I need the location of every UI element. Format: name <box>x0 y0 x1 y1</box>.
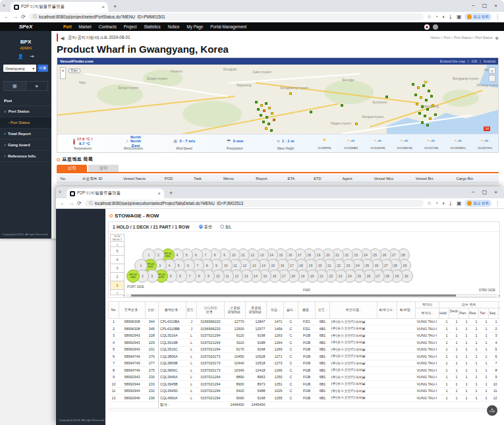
tally-col-header[interactable]: 진도 ↕ <box>186 302 197 319</box>
project-col-header[interactable]: Vessel Biz. <box>405 177 445 181</box>
extensions-puzzle-icon[interactable]: ▣ <box>457 14 462 20</box>
nav-item-port[interactable]: Port <box>63 24 72 29</box>
tally-col-header[interactable]: 품목번호 ↕ <box>159 302 186 319</box>
vessel-marker[interactable] <box>425 99 428 101</box>
new-tab-button[interactable]: + <box>113 3 117 10</box>
extension-icon-1[interactable]: ◔ <box>435 14 438 20</box>
row-up-icon[interactable]: ∧ <box>110 242 125 247</box>
vessel-marker[interactable] <box>260 114 262 117</box>
tab-search-icon[interactable]: ˅ <box>3 3 5 8</box>
forward-icon[interactable]: → <box>69 200 74 206</box>
reload-icon[interactable]: ⟳ <box>77 200 82 206</box>
table-row[interactable]: 958992943230CQL3945AL0157021294889089631… <box>109 374 501 381</box>
vessel-marker[interactable] <box>421 121 424 124</box>
tally-col-header[interactable]: 순중량 중량(kg) ↕ <box>225 302 246 319</box>
close-button[interactable]: × <box>490 187 501 197</box>
stowage-slot-occupied[interactable]: HPL00 2800 <box>126 269 140 283</box>
minimize-button[interactable]: − <box>468 1 479 11</box>
vessel-marker[interactable] <box>418 112 421 115</box>
vessel-marker[interactable] <box>355 123 358 125</box>
tally-col-header[interactable]: 로트번호 ↕ <box>119 302 146 319</box>
tally-col-header[interactable]: Part ↕ <box>459 308 469 318</box>
zoom-control[interactable]: + <box>60 67 66 79</box>
row-select-cell[interactable]: 3 <box>110 264 125 273</box>
sidebar-item-reference-info-[interactable]: >Reference Info. <box>0 151 51 162</box>
table-row[interactable]: 858994749275CQL3806CL0157020173103401041… <box>109 367 501 374</box>
vessel-marker[interactable] <box>430 95 433 98</box>
vessel-marker[interactable] <box>289 92 292 95</box>
browser-tab[interactable]: P2P 디지털물류플랫폼 × <box>67 188 164 198</box>
vessel-marker[interactable] <box>426 108 429 111</box>
scroll-left-icon[interactable]: ◂ <box>123 294 125 297</box>
horizontal-scrollbar[interactable]: ◂ ▸ <box>126 294 497 297</box>
vessel-marker[interactable] <box>428 90 430 92</box>
extension-icon-1[interactable]: ◔ <box>435 200 438 206</box>
vessel-marker[interactable] <box>310 111 312 113</box>
scroll-right-icon[interactable]: ▸ <box>499 294 500 297</box>
vessel-marker[interactable] <box>424 115 426 117</box>
vessel-marker[interactable] <box>385 96 388 98</box>
tally-col-header[interactable]: 길이 ↕ <box>284 302 298 319</box>
map-canvas[interactable]: NajuSango-myeonDogok-myeonHwasunDongbokJ… <box>57 65 498 135</box>
tally-col-header[interactable]: 품명 ↕ <box>298 302 316 319</box>
url-field[interactable]: ⓘ localhost:8080/pj/project/selectPortSt… <box>29 13 424 20</box>
sidebar-subitem-port-status[interactable]: - Port Status <box>0 117 51 128</box>
menu-grid-icon[interactable]: ▦ <box>4 82 26 90</box>
vessel-marker[interactable] <box>417 86 420 89</box>
bookmark-icon[interactable]: ☆ <box>427 14 432 20</box>
table-row[interactable]: 158996308344CPL4310BAJ015699622012770128… <box>109 318 501 326</box>
download-icon[interactable]: ⭳ <box>448 200 453 206</box>
map-link-embed[interactable]: Embed this map <box>440 59 465 63</box>
tally-col-header[interactable]: 주문자명 ↕ <box>330 302 378 319</box>
project-col-header[interactable]: Vessel Name <box>115 177 154 181</box>
tab-search-icon[interactable]: ˅ <box>59 190 61 194</box>
tally-col-header[interactable]: Row ↕ <box>469 308 479 318</box>
project-col-header[interactable]: Report <box>245 177 278 181</box>
project-col-header[interactable]: ETD <box>304 177 331 181</box>
vessel-marker[interactable] <box>255 101 258 103</box>
scrollbar-thumb[interactable] <box>131 295 456 297</box>
tab-close-icon[interactable]: × <box>101 4 105 10</box>
project-col-header[interactable]: Memo <box>212 177 245 181</box>
tally-col-header[interactable]: Seq ↕ <box>489 308 499 318</box>
close-button[interactable]: × <box>490 1 501 11</box>
tally-col-header[interactable]: 오더라인 번호 ↕ <box>197 302 225 319</box>
row-select-cell[interactable]: 2 <box>110 273 125 281</box>
extensions-puzzle-icon[interactable]: ▣ <box>457 200 462 206</box>
forward-icon[interactable]: → <box>13 14 18 20</box>
tab-close-icon[interactable]: × <box>157 190 161 196</box>
back-icon[interactable]: ← <box>60 200 65 206</box>
map-layers-icon[interactable]: ≡ <box>489 67 495 74</box>
reload-icon[interactable]: ⟳ <box>21 14 26 20</box>
project-col-header[interactable]: Agent <box>331 177 364 181</box>
vessel-marker[interactable] <box>260 104 263 107</box>
sidebar-item-total-report[interactable]: >Total Report <box>0 128 51 140</box>
project-col-header[interactable]: 프로젝트 ID <box>70 176 115 182</box>
nav-item-project[interactable]: Project <box>124 24 137 29</box>
tally-col-header[interactable]: Deck ↕ <box>449 308 459 318</box>
table-row[interactable]: 558992943231CQL3516CL0157021294917092481… <box>109 346 501 353</box>
map-fullscreen-icon[interactable]: ⛶ <box>489 75 495 82</box>
project-tab-active[interactable]: 선적 <box>57 165 87 172</box>
nav-item-contracts[interactable]: Contracts <box>99 24 117 29</box>
vessel-marker[interactable] <box>432 104 434 107</box>
nav-item-market[interactable]: Market <box>79 24 92 29</box>
map-link-android[interactable]: Android <box>484 59 495 63</box>
nav-item-my-page[interactable]: My Page <box>186 24 203 29</box>
app-logo[interactable]: SPeX <box>0 24 51 30</box>
map-link-ios[interactable]: iOS <box>472 59 478 63</box>
logout-icon[interactable]: ⇥ <box>30 54 34 59</box>
tally-col-header[interactable]: 인도 ↕ <box>316 302 330 319</box>
browser-tab[interactable]: P2P 디지털물류플랫폼 × <box>11 2 108 12</box>
port-select[interactable]: Gwangyang ▾ <box>3 65 36 72</box>
sidebar-item-port-status[interactable]: ∨Port Status <box>0 106 51 117</box>
tally-col-header[interactable]: 외경 ↕ <box>267 302 284 319</box>
minimize-button[interactable]: − <box>468 187 479 197</box>
vessel-marker[interactable] <box>434 113 437 116</box>
language-flag-icon[interactable] <box>424 24 430 30</box>
row-select-cell[interactable]: 1 <box>110 281 125 290</box>
tally-col-header[interactable]: No. <box>109 302 119 319</box>
profile-chip[interactable]: 잠금 입력 <box>464 13 491 20</box>
project-col-header[interactable]: Task <box>183 177 212 181</box>
row-down-icon[interactable]: ∨ <box>110 290 125 295</box>
